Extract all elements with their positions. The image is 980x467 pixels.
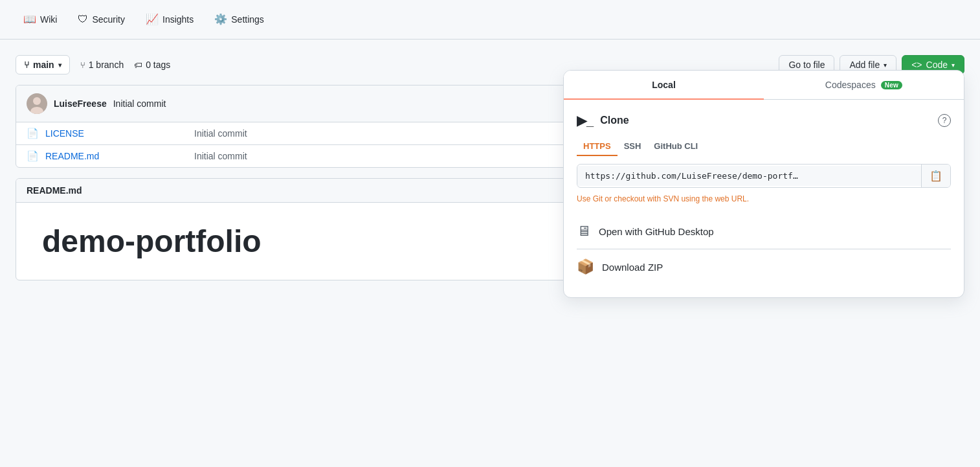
terminal-icon: ▶_ — [577, 113, 594, 128]
tab-codespaces[interactable]: Codespaces New — [764, 71, 964, 99]
file-name-license[interactable]: LICENSE — [45, 128, 188, 139]
svg-point-1 — [33, 97, 41, 105]
copy-url-button[interactable]: 📋 — [921, 165, 950, 187]
readme-title: README.md — [27, 185, 82, 196]
tab-local[interactable]: Local — [564, 71, 764, 99]
add-file-label: Add file — [849, 60, 880, 70]
file-icon: 📄 — [27, 150, 39, 162]
code-icon: <> — [911, 60, 922, 70]
insights-icon: 📈 — [146, 14, 159, 25]
clone-tab-cli[interactable]: GitHub CLI — [647, 137, 704, 156]
nav-settings[interactable]: ⚙️ Settings — [206, 9, 272, 30]
panel-body: ▶_ Clone ? HTTPS SSH GitHub CLI https://… — [564, 100, 964, 291]
commit-author: LuiseFreese — [54, 98, 107, 109]
branch-selector[interactable]: ⑂ main ▾ — [16, 55, 70, 74]
help-icon[interactable]: ? — [938, 114, 951, 127]
code-label: Code — [926, 60, 948, 70]
file-icon: 📄 — [27, 128, 39, 139]
tags-count-link[interactable]: 🏷 0 tags — [134, 60, 170, 70]
branch-count-link[interactable]: ⑂ 1 branch — [80, 60, 124, 70]
panel-tabs: Local Codespaces New — [564, 71, 964, 100]
branch-count-label: 1 branch — [89, 60, 124, 70]
clone-url: https://github.com/LuiseFreese/demo-port… — [577, 166, 921, 186]
branch-count-icon: ⑂ — [80, 60, 85, 70]
nav-settings-label: Settings — [231, 14, 264, 25]
download-zip-action[interactable]: 📦 Download ZIP — [577, 249, 951, 284]
git-hint: Use Git or checkout with SVN using the w… — [577, 194, 951, 203]
nav-wiki-label: Wiki — [40, 14, 57, 25]
add-file-chevron-icon: ▾ — [884, 62, 887, 69]
tags-count-label: 0 tags — [146, 60, 170, 70]
nav-wiki[interactable]: 📖 Wiki — [16, 9, 65, 30]
open-desktop-label: Open with GitHub Desktop — [599, 226, 714, 237]
clone-header: ▶_ Clone ? — [577, 113, 951, 128]
code-dropdown-panel: Local Codespaces New ▶_ Clone ? HTTPS SS… — [563, 70, 964, 291]
tag-icon: 🏷 — [134, 60, 142, 70]
chevron-down-icon: ▾ — [58, 62, 61, 69]
nav-insights[interactable]: 📈 Insights — [138, 9, 201, 30]
file-name-readme[interactable]: README.md — [45, 151, 188, 161]
gear-icon: ⚙️ — [214, 14, 227, 25]
code-chevron-icon: ▾ — [952, 62, 955, 69]
avatar — [27, 93, 47, 114]
clone-tab-https[interactable]: HTTPS — [577, 137, 618, 156]
shield-icon: 🛡 — [78, 14, 88, 25]
clone-tabs: HTTPS SSH GitHub CLI — [577, 137, 951, 156]
open-desktop-action[interactable]: 🖥 Open with GitHub Desktop — [577, 214, 951, 249]
new-badge: New — [881, 81, 902, 89]
tab-local-label: Local — [652, 80, 676, 90]
tab-codespaces-label: Codespaces — [825, 80, 876, 90]
toolbar-left: ⑂ main ▾ ⑂ 1 branch 🏷 0 tags — [16, 55, 170, 74]
nav-security-label: Security — [92, 14, 125, 25]
url-field: https://github.com/LuiseFreese/demo-port… — [577, 164, 951, 188]
clone-title: ▶_ Clone — [577, 113, 629, 128]
wiki-icon: 📖 — [23, 14, 36, 25]
nav-insights-label: Insights — [162, 14, 194, 25]
clone-label: Clone — [600, 115, 629, 126]
go-to-file-label: Go to file — [788, 60, 825, 70]
nav-security[interactable]: 🛡 Security — [70, 9, 133, 30]
clone-tab-ssh[interactable]: SSH — [618, 137, 648, 156]
zip-icon: 📦 — [577, 258, 594, 275]
desktop-icon: 🖥 — [577, 223, 591, 240]
download-zip-label: Download ZIP — [602, 262, 663, 273]
copy-icon: 📋 — [930, 170, 942, 182]
branch-fork-icon: ⑂ — [24, 60, 29, 70]
commit-message: Initial commit — [113, 98, 166, 109]
top-navigation: 📖 Wiki 🛡 Security 📈 Insights ⚙️ Settings — [0, 0, 980, 40]
branch-name: main — [33, 60, 54, 70]
